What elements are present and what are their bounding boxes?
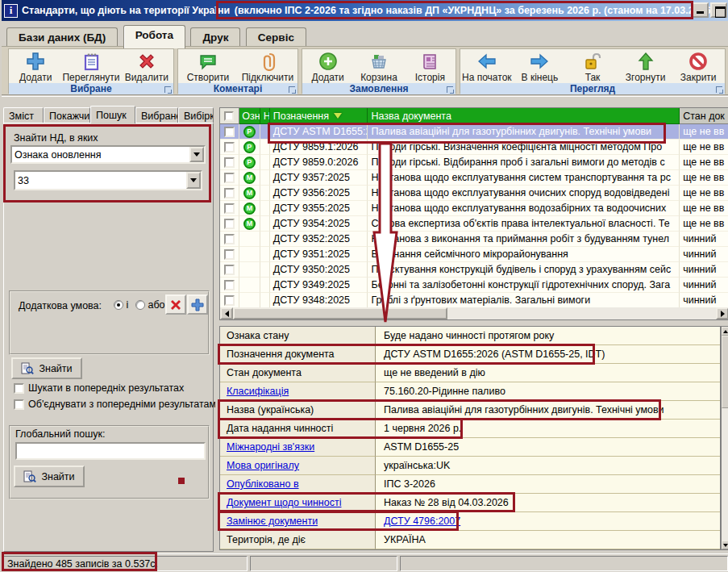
doc-code: ДСТУ 9348:2025: [270, 293, 368, 308]
ribbon-group-komentari: Створити Підключити Коментарі: [177, 48, 298, 94]
remove-condition-button[interactable]: [165, 294, 186, 315]
criteria-combobox[interactable]: Ознака оновлення: [10, 145, 206, 164]
row-checkbox[interactable]: [224, 280, 235, 290]
detail-label-oznaka-stanu: Ознака стану: [220, 327, 376, 345]
row-checkbox[interactable]: [224, 142, 235, 152]
detail-link-opublikovano[interactable]: Опубліковано в: [220, 475, 376, 494]
sidebar-tab-poshuk[interactable]: Пошук: [90, 106, 135, 123]
plus-icon: [25, 51, 46, 72]
radio-or[interactable]: або: [135, 299, 165, 311]
scroll-up-button[interactable]: [722, 327, 728, 336]
column-header-code[interactable]: Позначення: [270, 108, 368, 124]
doc-code: ДСТУ 9354:2025: [270, 216, 368, 232]
table-row[interactable]: M ДСТУ 9355:2025 Настанова щодо експлуат…: [220, 201, 728, 216]
detail-value-klasyfikatsiia: 75.160.20-Рідинне паливо: [376, 382, 720, 401]
table-row[interactable]: ДСТУ 9350:2025 Проєктування конструкцій …: [220, 262, 728, 278]
favorites-view-button[interactable]: Переглянути: [62, 49, 119, 83]
detail-link-zaminiuie[interactable]: Замінює документи: [220, 512, 376, 531]
table-row[interactable]: M ДСТУ 9356:2025 Настанова щодо експлуат…: [220, 186, 728, 201]
row-checkbox[interactable]: [224, 265, 235, 275]
column-header-na[interactable]: На: [260, 108, 270, 124]
row-checkbox[interactable]: [224, 157, 235, 168]
details-vertical-scrollbar[interactable]: [721, 326, 728, 550]
global-search-input[interactable]: [15, 442, 206, 460]
scrollbar-thumb[interactable]: [722, 336, 728, 408]
union-previous-checkbox[interactable]: Об'єднувати з попередніми результатами: [14, 399, 215, 410]
detail-link-mova[interactable]: Мова оригіналу: [220, 457, 376, 475]
global-find-button[interactable]: Знайти: [14, 466, 85, 487]
go-first-button[interactable]: На початок: [460, 49, 514, 83]
row-checkbox[interactable]: [224, 219, 235, 229]
collapse-button[interactable]: Згорнути: [619, 49, 672, 83]
chevron-down-icon[interactable]: [186, 172, 201, 189]
column-header-status[interactable]: Стан док: [680, 108, 728, 124]
doc-name: Виконання сейсмічного мікрорайонування: [368, 247, 680, 262]
table-row[interactable]: M ДСТУ 9354:2025 Судова експертиза об'єк…: [220, 216, 728, 232]
orders-history-button[interactable]: Історія: [405, 49, 456, 83]
lock-yes-button[interactable]: Так: [566, 49, 619, 83]
find-button[interactable]: Знайти: [11, 357, 82, 379]
scroll-left-button[interactable]: [220, 307, 233, 319]
add-condition-button[interactable]: [187, 294, 208, 315]
checkbox-icon[interactable]: [14, 399, 24, 410]
table-row[interactable]: ДСТУ 9348:2025 Греблі з ґрунтових матері…: [220, 293, 728, 308]
radio-or-label: або: [148, 299, 164, 311]
comments-attach-button[interactable]: Підключити: [238, 49, 297, 83]
search-doc-icon: [23, 470, 36, 483]
row-checkbox[interactable]: [224, 203, 235, 214]
table-horizontal-scrollbar[interactable]: [219, 307, 728, 320]
minimize-button[interactable]: [692, 2, 709, 18]
dialog-launcher-icon[interactable]: [716, 86, 722, 93]
comments-create-button[interactable]: Створити: [178, 49, 238, 83]
dialog-launcher-icon[interactable]: [289, 86, 295, 93]
go-last-button[interactable]: В кінець: [514, 49, 567, 83]
select-all-checkbox[interactable]: [220, 108, 239, 124]
doc-status: ще не вв: [680, 201, 728, 216]
table-row[interactable]: P ДСТУ 9859.0:2026 Породи гірські. Відби…: [220, 155, 728, 170]
close-db-button[interactable]: Закрити: [672, 49, 725, 83]
table-row[interactable]: M ДСТУ 9357:2025 Настанова щодо експлуат…: [220, 170, 728, 186]
table-row[interactable]: ДСТУ 9352:2025 Настанова з виконання та …: [220, 232, 728, 247]
search-previous-checkbox[interactable]: Шукати в попередніх результатах: [14, 382, 215, 394]
orders-basket-button[interactable]: Корзина: [353, 49, 404, 83]
table-row[interactable]: P ДСТУ ASTM D1655:2026 ( Палива авіаційн…: [220, 124, 728, 140]
radio-or-circle[interactable]: [135, 300, 145, 310]
table-row[interactable]: ДСТУ 9351:2025 Виконання сейсмічного мік…: [220, 247, 728, 262]
chevron-down-icon[interactable]: [189, 147, 204, 162]
row-checkbox[interactable]: [224, 295, 235, 306]
favorites-delete-button[interactable]: Видалити: [120, 49, 173, 83]
row-checkbox[interactable]: [224, 173, 235, 183]
dialog-launcher-icon[interactable]: [164, 86, 171, 93]
dialog-launcher-icon[interactable]: [447, 86, 453, 93]
detail-link-klasyfikatsiia[interactable]: Класифікація: [220, 382, 376, 401]
arrow-left-icon: [476, 51, 497, 72]
row-checkbox[interactable]: [224, 127, 235, 137]
radio-and[interactable]: і: [114, 299, 128, 311]
column-header-mark[interactable]: Озн: [239, 108, 260, 124]
column-header-name[interactable]: Назва документа: [368, 108, 680, 124]
scrollbar-thumb[interactable]: [233, 307, 447, 319]
table-row[interactable]: ДСТУ 9349:2025 Бетонні та залізобетонні …: [220, 278, 728, 293]
table-row[interactable]: P ДСТУ 9859.1:2026 Породи гірські. Визна…: [220, 140, 728, 155]
tab-robota[interactable]: Робота: [123, 25, 185, 48]
value-combobox[interactable]: 33: [14, 170, 202, 190]
row-checkbox[interactable]: [224, 249, 235, 260]
radio-and-circle[interactable]: [114, 300, 123, 310]
favorites-add-button[interactable]: Додати: [9, 49, 62, 83]
detail-link-mizhnarodni[interactable]: Міжнародні зв'язки: [220, 438, 376, 457]
detail-link-dokument-chynnosti[interactable]: Документ щодо чинності: [220, 494, 376, 512]
sidebar-tab-vybirka[interactable]: Вибірка: [178, 107, 214, 123]
scroll-down-button[interactable]: [722, 541, 728, 549]
sidebar-tab-pokazhchyky[interactable]: Покажчи: [44, 107, 90, 123]
table-header: Озн На Позначення Назва документа Стан д…: [220, 108, 728, 124]
orders-add-button[interactable]: Додати: [302, 49, 353, 83]
sidebar-tab-zmist[interactable]: Зміст: [3, 107, 44, 123]
checkbox-icon[interactable]: [14, 383, 24, 394]
row-checkbox[interactable]: [224, 188, 235, 198]
maximize-button[interactable]: [710, 2, 727, 18]
detail-value-zaminiuie-link[interactable]: ДСТУ 4796:2007: [376, 512, 720, 531]
sidebar-tab-vybrane[interactable]: Вибране: [135, 107, 178, 123]
scroll-right-button[interactable]: [716, 307, 728, 319]
orders-add-label: Додати: [312, 72, 344, 83]
row-checkbox[interactable]: [224, 234, 235, 244]
